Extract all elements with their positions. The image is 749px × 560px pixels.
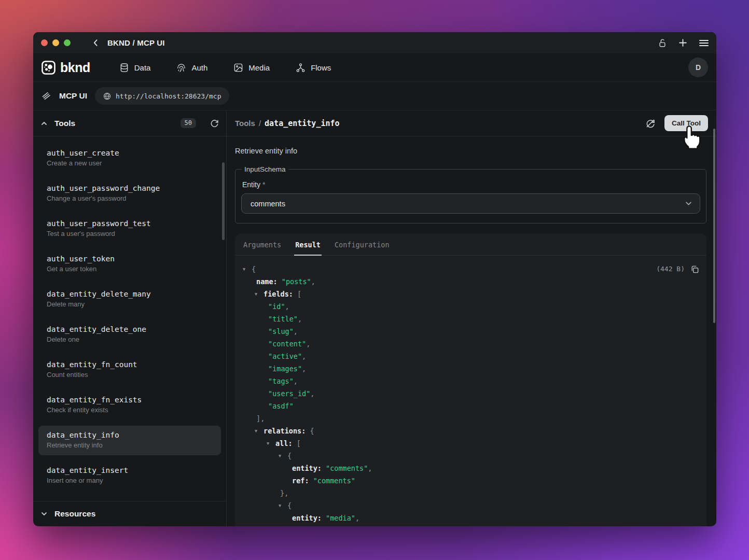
json-key: entity: xyxy=(292,514,326,522)
call-tool-button[interactable]: Call Tool xyxy=(664,115,708,131)
history-toggle-button[interactable] xyxy=(645,118,656,129)
json-punctuation: { xyxy=(252,265,256,273)
menu-button[interactable] xyxy=(699,39,709,47)
app-window: BKND / MCP UI xyxy=(33,32,716,526)
json-result-viewer: (442 B) ▼{name: "posts",▼fields: ["id","… xyxy=(235,256,706,526)
tab-arguments[interactable]: Arguments xyxy=(243,234,281,255)
back-button[interactable] xyxy=(91,38,100,47)
json-line: "tags", xyxy=(235,375,698,387)
brand-logo[interactable]: bknd xyxy=(41,60,90,75)
tool-name: data_entity_insert xyxy=(47,466,213,474)
minimize-window-button[interactable] xyxy=(52,39,59,46)
breadcrumb-root[interactable]: Tools xyxy=(235,119,255,128)
collapse-arrow-icon[interactable]: ▼ xyxy=(255,425,263,437)
entity-select[interactable]: comments xyxy=(241,193,700,214)
nav-item-label: Media xyxy=(248,63,270,72)
collapse-arrow-icon[interactable]: ▼ xyxy=(267,437,275,450)
close-window-button[interactable] xyxy=(41,39,48,46)
tab-configuration[interactable]: Configuration xyxy=(335,234,390,255)
json-string: "posts" xyxy=(282,277,311,286)
tool-list-item-auth_user_token[interactable]: auth_user_tokenGet a user token xyxy=(38,249,221,279)
json-line[interactable]: ▼{ xyxy=(235,450,698,462)
json-string: "asdf" xyxy=(268,402,294,410)
tool-name: data_entity_delete_one xyxy=(47,325,213,333)
tool-name: data_entity_info xyxy=(47,431,213,439)
tools-count-badge: 50 xyxy=(181,118,196,128)
collapse-arrow-icon[interactable]: ▼ xyxy=(243,263,252,275)
json-string: "active" xyxy=(268,352,302,360)
collapse-arrow-icon[interactable]: ▼ xyxy=(279,450,287,462)
json-line: "id", xyxy=(235,300,698,313)
json-string: "users_id" xyxy=(268,389,310,398)
json-punctuation: }, xyxy=(280,489,288,497)
tool-list-item-data_entity_delete_one[interactable]: data_entity_delete_oneDelete one xyxy=(38,320,221,349)
tool-list-item-data_entity_info[interactable]: data_entity_infoRetrieve entity info xyxy=(38,426,221,455)
result-panel: Arguments Result Configuration (442 B) xyxy=(235,234,706,526)
json-line: ref: "images" xyxy=(235,524,698,526)
tool-detail-header: Tools / data_entity_info Call Tool xyxy=(227,110,716,136)
chevron-down-icon xyxy=(685,200,692,207)
maximize-window-button[interactable] xyxy=(64,39,71,46)
json-punctuation: , xyxy=(285,302,289,311)
nav-item-flows[interactable]: Flows xyxy=(296,63,331,73)
copy-result-button[interactable] xyxy=(690,265,699,274)
json-line[interactable]: ▼all: [ xyxy=(235,437,698,450)
sidebar-scrollbar[interactable] xyxy=(222,162,225,240)
new-tab-button[interactable] xyxy=(678,38,687,47)
resources-header-label: Resources xyxy=(54,509,95,519)
tool-description: Count entities xyxy=(47,371,213,379)
json-line: ], xyxy=(235,412,698,425)
json-string: "content" xyxy=(268,340,306,348)
tool-list-item-data_entity_delete_many[interactable]: data_entity_delete_manyDelete many xyxy=(38,285,221,314)
refresh-tools-button[interactable] xyxy=(210,119,219,128)
input-schema-fieldset: InputSchema Entity* comments xyxy=(235,165,706,223)
tool-list-item-data_entity_fn_count[interactable]: data_entity_fn_countCount entities xyxy=(38,355,221,385)
json-line: "asdf" xyxy=(235,400,698,412)
json-line: entity: "media", xyxy=(235,512,698,524)
tool-list-item-auth_user_password_change[interactable]: auth_user_password_changeChange a user's… xyxy=(38,179,221,208)
tool-name: auth_user_password_change xyxy=(47,184,213,192)
nav-item-data[interactable]: Data xyxy=(119,63,151,73)
collapse-arrow-icon[interactable]: ▼ xyxy=(255,288,263,300)
tool-detail-body: Retrieve entity info InputSchema Entity*… xyxy=(227,136,716,526)
result-size-badge: (442 B) xyxy=(656,263,685,275)
lock-button[interactable] xyxy=(658,38,667,48)
user-avatar[interactable]: D xyxy=(688,58,708,77)
json-string: "id" xyxy=(268,302,285,311)
json-line[interactable]: ▼{ xyxy=(235,263,698,275)
collapse-arrow-icon[interactable]: ▼ xyxy=(279,499,287,512)
resources-section-header[interactable]: Resources xyxy=(33,501,226,526)
tools-section-header[interactable]: Tools 50 xyxy=(33,110,226,136)
nav-item-label: Flows xyxy=(311,63,331,72)
mcp-title: MCP UI xyxy=(59,91,87,101)
nav-item-media[interactable]: Media xyxy=(233,63,270,73)
copy-icon xyxy=(690,265,699,274)
plus-icon xyxy=(678,38,687,47)
database-icon xyxy=(119,63,129,73)
tool-list-item-auth_user_password_test[interactable]: auth_user_password_testTest a user's pas… xyxy=(38,214,221,244)
json-punctuation: , xyxy=(311,277,315,286)
json-line[interactable]: ▼relations: { xyxy=(235,425,698,437)
tool-list-item-auth_user_create[interactable]: auth_user_createCreate a new user xyxy=(38,144,221,173)
json-key: relations: xyxy=(263,427,310,435)
server-url-pill[interactable]: http://localhost:28623/mcp xyxy=(95,87,230,105)
tab-result[interactable]: Result xyxy=(295,234,321,255)
json-punctuation: , xyxy=(302,352,306,360)
json-punctuation: [ xyxy=(297,290,301,298)
mcp-subbar: MCP UI http://localhost:28623/mcp xyxy=(33,82,716,110)
tool-name: auth_user_password_test xyxy=(47,219,213,228)
json-line[interactable]: ▼fields: [ xyxy=(235,288,698,300)
json-line[interactable]: ▼{ xyxy=(235,499,698,512)
json-punctuation: , xyxy=(368,464,372,472)
json-line: ref: "comments" xyxy=(235,474,698,487)
json-punctuation: { xyxy=(310,427,314,435)
window-scrollbar[interactable] xyxy=(713,129,715,323)
json-line: name: "posts", xyxy=(235,275,698,288)
json-key: entity: xyxy=(292,464,326,472)
tool-list-item-data_entity_insert[interactable]: data_entity_insertInsert one or many xyxy=(38,461,221,491)
json-lines: ▼{name: "posts",▼fields: ["id","title","… xyxy=(235,263,698,526)
tool-list-item-data_entity_fn_exists[interactable]: data_entity_fn_existsCheck if entity exi… xyxy=(38,390,221,420)
tool-description: Test a user's password xyxy=(47,230,213,237)
tool-name: data_entity_fn_exists xyxy=(47,396,213,404)
nav-item-auth[interactable]: Auth xyxy=(176,63,207,73)
